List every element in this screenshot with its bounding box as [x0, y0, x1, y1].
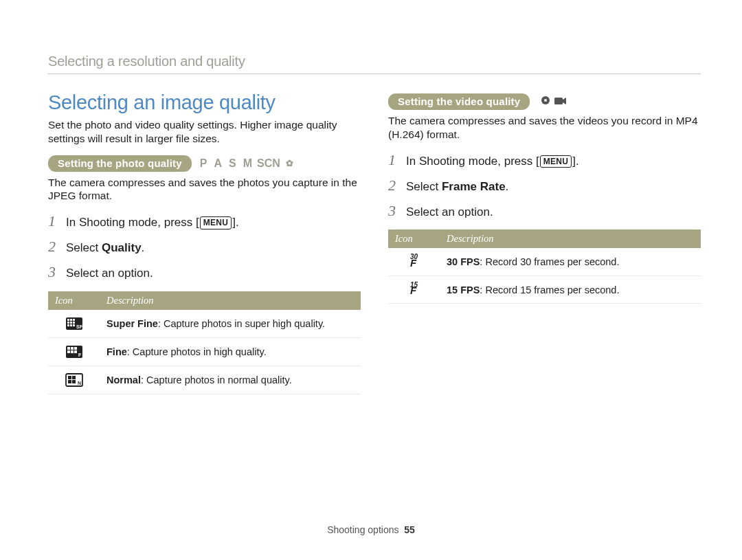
svg-rect-27	[554, 98, 563, 104]
photo-desc: The camera compresses and saves the phot…	[48, 176, 361, 203]
mode-a-icon: A	[214, 157, 224, 170]
svg-rect-7	[67, 324, 69, 326]
photo-step-3: 3 Select an option.	[48, 263, 361, 282]
svg-rect-14	[74, 347, 77, 350]
video-step-2: 2 Select Frame Rate.	[388, 177, 701, 195]
row-rest: : Capture photos in normal quality.	[141, 374, 292, 385]
row-bold: 30 FPS	[447, 256, 480, 267]
row-bold: Super Fine	[106, 318, 158, 329]
table-cell-desc: 30 FPS: Record 30 frames per second.	[440, 248, 701, 276]
step1-suffix: ].	[232, 216, 238, 229]
table-row: 30F 30 FPS: Record 30 frames per second.	[388, 248, 701, 276]
row-bold: Fine	[106, 346, 127, 357]
photo-step-2: 2 Select Quality.	[48, 238, 361, 256]
svg-text:SF: SF	[76, 324, 83, 329]
fps-30-icon: 30F	[388, 248, 440, 276]
intro-text: Set the photo and video quality settings…	[48, 118, 361, 146]
svg-rect-23	[72, 380, 76, 383]
row-rest: : Capture photos in high quality.	[127, 346, 267, 357]
step-text: Select an option.	[66, 266, 153, 282]
table-cell-desc: Super Fine: Capture photos in super high…	[100, 310, 361, 338]
table-row: F Fine: Capture photos in high quality.	[48, 338, 361, 366]
table-cell-desc: Fine: Capture photos in high quality.	[100, 338, 361, 366]
video-steps: 1 In Shooting mode, press [MENU]. 2 Sele…	[388, 151, 701, 221]
photo-pill: Setting the photo quality	[48, 155, 192, 172]
header-icon: Icon	[388, 229, 440, 248]
fine-icon: F	[48, 338, 100, 366]
step-text: Select Frame Rate.	[406, 179, 508, 195]
mode-flower-icon: ✿	[286, 158, 295, 168]
footer-label: Shooting options	[327, 524, 398, 535]
video-desc: The camera compresses and saves the vide…	[388, 114, 701, 142]
video-pill: Setting the video quality	[388, 93, 530, 110]
step-text: In Shooting mode, press [MENU].	[406, 154, 579, 170]
normal-icon: N	[48, 366, 100, 394]
photo-steps: 1 In Shooting mode, press [MENU]. 2 Sele…	[48, 212, 361, 282]
svg-rect-8	[70, 324, 72, 326]
footer: Shooting options 55	[0, 524, 742, 535]
table-header-row: Icon Description	[48, 291, 361, 310]
svg-rect-2	[70, 319, 72, 321]
row-bold: Normal	[106, 374, 141, 385]
svg-rect-21	[72, 376, 76, 379]
row-bold: 15 FPS	[447, 284, 480, 295]
table-header-row: Icon Description	[388, 229, 701, 248]
page-number: 55	[404, 524, 415, 535]
step-number: 3	[48, 263, 66, 281]
mode-p-icon: P	[200, 157, 209, 170]
svg-text:N: N	[78, 381, 81, 385]
mode-s-icon: S	[229, 157, 238, 170]
step-text: Select Quality.	[66, 240, 144, 256]
section-title: Selecting an image quality	[48, 91, 361, 114]
row-rest: : Record 30 frames per second.	[480, 256, 619, 267]
row-rest: : Record 15 frames per second.	[480, 284, 619, 295]
step-text: In Shooting mode, press [MENU].	[66, 215, 239, 231]
svg-rect-20	[68, 376, 71, 379]
row-rest: : Capture photos in super high quality.	[158, 318, 325, 329]
step-number: 2	[388, 177, 406, 194]
photo-pill-row: Setting the photo quality P A S M SCN ✿	[48, 155, 361, 172]
header-desc: Description	[440, 229, 701, 248]
video-camera-icon	[554, 96, 567, 108]
photo-step-1: 1 In Shooting mode, press [MENU].	[48, 212, 361, 231]
flower-icon	[541, 96, 550, 108]
mode-scn-icon: SCN	[257, 157, 280, 170]
fps-15-icon: 15F	[388, 276, 440, 304]
svg-rect-1	[67, 319, 69, 321]
photo-quality-table: Icon Description SF Super Fine: Capture …	[48, 291, 361, 394]
video-step-3: 3 Select an option.	[388, 202, 701, 221]
step1-prefix: In Shooting mode, press [	[406, 155, 539, 168]
video-fps-table: Icon Description 30F 30 FPS: Record 30 f…	[388, 229, 701, 304]
left-column: Selecting an image quality Set the photo…	[48, 91, 361, 394]
menu-icon: MENU	[540, 155, 572, 168]
svg-rect-22	[68, 380, 71, 383]
svg-text:F: F	[78, 352, 82, 357]
step-text: Select an option.	[406, 205, 493, 221]
step2-prefix: Select	[406, 180, 442, 193]
step-number: 1	[388, 151, 406, 169]
svg-rect-3	[73, 319, 75, 321]
svg-rect-4	[67, 322, 69, 324]
svg-rect-17	[74, 350, 77, 353]
breadcrumb: Selecting a resolution and quality	[48, 54, 701, 74]
header-icon: Icon	[48, 291, 100, 310]
step1-prefix: In Shooting mode, press [	[66, 216, 199, 229]
video-mode-icons	[541, 96, 567, 108]
columns: Selecting an image quality Set the photo…	[48, 91, 701, 394]
svg-rect-5	[70, 322, 72, 324]
menu-icon: MENU	[200, 216, 232, 229]
mode-m-icon: M	[243, 157, 254, 170]
step-number: 3	[388, 202, 406, 220]
page: Selecting a resolution and quality Selec…	[0, 0, 742, 560]
svg-rect-6	[73, 322, 75, 324]
step2-bold: Frame Rate	[442, 180, 506, 193]
svg-point-26	[544, 99, 547, 102]
step1-suffix: ].	[572, 155, 578, 168]
table-row: 15F 15 FPS: Record 15 frames per second.	[388, 276, 701, 304]
video-step-1: 1 In Shooting mode, press [MENU].	[388, 151, 701, 170]
video-pill-row: Setting the video quality	[388, 93, 701, 110]
step-number: 2	[48, 238, 66, 256]
table-cell-desc: Normal: Capture photos in normal quality…	[100, 366, 361, 394]
svg-rect-15	[67, 350, 70, 353]
table-row: N Normal: Capture photos in normal quali…	[48, 366, 361, 394]
